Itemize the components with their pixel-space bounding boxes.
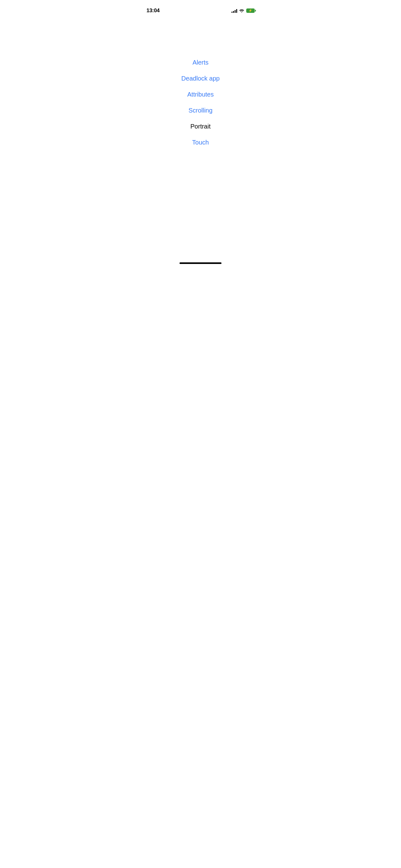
battery-body: ⚡ (246, 8, 255, 13)
nav-item-deadlock-app[interactable]: Deadlock app (139, 70, 262, 87)
nav-item-attributes[interactable]: Attributes (139, 87, 262, 102)
battery-bolt-icon: ⚡ (248, 9, 252, 12)
status-bar: 13:04 ⚡ (139, 0, 262, 17)
battery-icon: ⚡ (246, 8, 255, 13)
status-icons: ⚡ (232, 8, 255, 13)
nav-item-scrolling[interactable]: Scrolling (139, 102, 262, 119)
main-content: Alerts Deadlock app Attributes Scrolling… (139, 17, 262, 151)
nav-item-alerts[interactable]: Alerts (139, 55, 262, 70)
signal-bar-1 (232, 11, 232, 13)
signal-bar-3 (235, 10, 236, 13)
status-time: 13:04 (146, 7, 160, 14)
signal-bars-icon (232, 8, 237, 13)
nav-item-touch[interactable]: Touch (139, 134, 262, 151)
home-indicator (179, 262, 222, 264)
nav-item-portrait[interactable]: Portrait (139, 119, 262, 134)
wifi-icon (239, 9, 244, 13)
signal-bar-2 (233, 11, 234, 13)
signal-bar-4 (236, 9, 237, 13)
